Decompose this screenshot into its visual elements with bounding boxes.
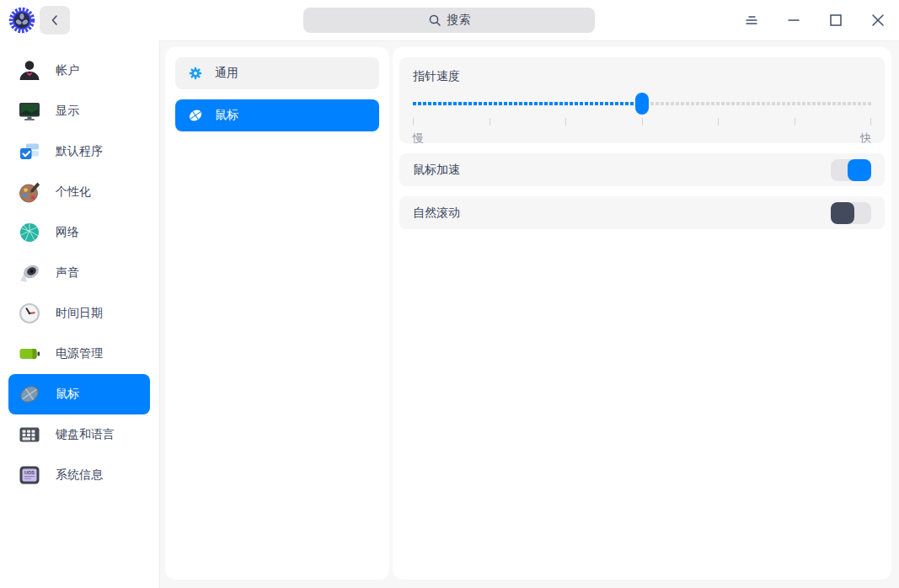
keyboard-icon <box>17 422 42 447</box>
back-icon <box>49 14 61 26</box>
pointer-speed-fill <box>413 102 642 105</box>
mouse-acceleration-row: 鼠标加速 <box>399 153 885 186</box>
sound-icon <box>17 260 42 286</box>
close-button[interactable] <box>865 8 891 33</box>
datetime-icon <box>17 301 42 326</box>
slider-tick <box>642 118 643 126</box>
sidebar-item-label: 默认程序 <box>56 144 103 159</box>
personalization-icon <box>17 179 42 205</box>
natural-scrolling-row: 自然滚动 <box>399 196 885 229</box>
sidebar-item-label: 系统信息 <box>56 468 103 483</box>
sidebar-item-datetime[interactable]: 时间日期 <box>8 293 150 334</box>
fast-label: 快 <box>860 131 871 146</box>
subnav-panel: 通用 鼠标 <box>165 47 389 580</box>
menu-button[interactable] <box>739 8 764 33</box>
toggle-switch[interactable] <box>831 202 871 224</box>
mouse-icon <box>187 107 204 124</box>
sidebar-item-label: 显示 <box>56 104 79 119</box>
network-icon <box>17 220 42 245</box>
sidebar-item-personalization[interactable]: 个性化 <box>8 172 150 212</box>
slider-tick <box>565 118 566 126</box>
sidebar-item-default-apps[interactable]: 默认程序 <box>8 131 150 172</box>
pointer-speed-slider[interactable] <box>413 93 871 115</box>
sidebar-item-accounts[interactable]: 帐户 <box>8 51 150 91</box>
settings-panel: 指针速度 慢 快 鼠标加速 自然滚动 <box>393 47 891 580</box>
sidebar-item-label: 键盘和语言 <box>56 427 115 442</box>
titlebar: 搜索 <box>0 0 899 40</box>
search-input[interactable]: 搜索 <box>303 8 595 33</box>
sidebar-item-label: 鼠标 <box>56 387 79 402</box>
default-apps-icon <box>17 139 42 164</box>
maximize-icon <box>827 11 845 29</box>
pointer-speed-handle[interactable] <box>635 93 649 115</box>
slow-label: 慢 <box>413 131 424 146</box>
close-icon <box>869 11 887 29</box>
toggle-switch[interactable] <box>831 159 871 181</box>
account-icon <box>17 58 42 83</box>
back-button[interactable] <box>40 6 70 35</box>
search-icon <box>428 13 441 27</box>
app-logo <box>8 7 35 34</box>
pointer-speed-minmax: 慢 快 <box>413 131 871 146</box>
titlebar-divider <box>160 40 899 41</box>
subnav-item-label: 鼠标 <box>215 108 238 123</box>
gear-icon <box>187 65 204 82</box>
sidebar-item-label: 时间日期 <box>56 306 103 321</box>
natural-scrolling-label: 自然滚动 <box>413 206 460 221</box>
sidebar-item-sound[interactable]: 声音 <box>8 253 150 293</box>
menu-icon <box>742 11 761 29</box>
power-icon <box>17 341 42 366</box>
sidebar-item-display[interactable]: 显示 <box>8 91 150 131</box>
slider-tick <box>490 118 490 126</box>
toggle-knob <box>848 159 871 181</box>
mouse-icon <box>17 382 42 407</box>
pointer-speed-card: 指针速度 慢 快 <box>399 57 885 143</box>
sidebar-item-label: 声音 <box>56 265 79 281</box>
minimize-icon <box>784 11 803 29</box>
minimize-button[interactable] <box>781 8 806 33</box>
sidebar-item-power[interactable]: 电源管理 <box>8 334 150 374</box>
pointer-speed-title: 指针速度 <box>413 67 871 84</box>
toggle-knob <box>831 202 854 224</box>
slider-tick <box>870 118 871 126</box>
sidebar-item-network[interactable]: 网络 <box>8 212 150 253</box>
sidebar-item-label: 帐户 <box>56 63 79 78</box>
window-controls <box>739 8 891 33</box>
slider-tick <box>413 118 414 126</box>
display-icon <box>17 99 42 124</box>
mouse-acceleration-label: 鼠标加速 <box>413 163 460 178</box>
slider-tick <box>795 118 795 126</box>
subnav-item-general[interactable]: 通用 <box>175 57 379 89</box>
slider-tick <box>718 118 719 126</box>
sysinfo-icon: UOS <box>17 462 42 488</box>
sidebar-item-keyboard[interactable]: 键盘和语言 <box>8 414 150 455</box>
sidebar: 帐户 显示 默认程序 <box>0 40 160 588</box>
sidebar-item-sysinfo[interactable]: UOS 系统信息 <box>8 455 150 495</box>
subnav-item-label: 通用 <box>215 66 238 81</box>
sidebar-item-label: 个性化 <box>56 184 91 200</box>
subnav-item-mouse[interactable]: 鼠标 <box>175 99 379 131</box>
sidebar-item-label: 网络 <box>56 225 79 240</box>
svg-text:UOS: UOS <box>24 470 35 475</box>
sidebar-item-mouse[interactable]: 鼠标 <box>8 374 150 414</box>
content-area: 通用 鼠标 指针速度 慢 <box>160 41 899 588</box>
search-placeholder: 搜索 <box>447 13 471 28</box>
sidebar-item-label: 电源管理 <box>56 346 103 361</box>
maximize-button[interactable] <box>823 8 848 33</box>
pointer-speed-ticks <box>413 118 871 126</box>
